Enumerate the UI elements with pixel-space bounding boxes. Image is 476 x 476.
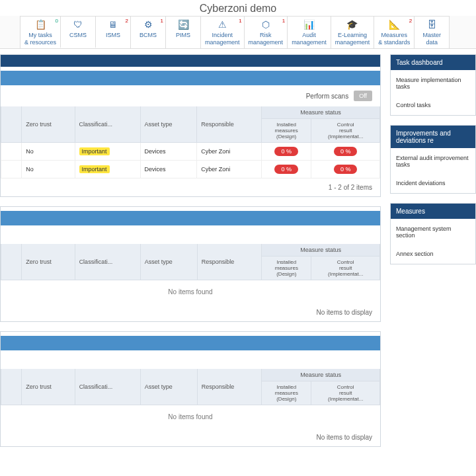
col-sub1[interactable]: Installedmeasures(Design) — [261, 119, 311, 143]
important-tag: Important — [79, 147, 110, 155]
table-row[interactable]: NoImportantDevicesCyber Zoni0 %0 % — [1, 161, 380, 178]
pager-3: No items to display — [1, 428, 380, 446]
panel-2: Zero trust Classificati... Asset type Re… — [0, 206, 381, 322]
side-head: Measures — [391, 204, 475, 219]
col-group: Measure status — [261, 106, 379, 119]
col-resp[interactable]: Responsible — [197, 244, 262, 280]
cell-class: Important — [75, 161, 140, 178]
tab-icon: 📋 — [24, 19, 56, 30]
side-head: Improvements and deviations re — [391, 126, 475, 148]
tab-icon: 📊 — [292, 19, 327, 30]
col-class[interactable]: Classificati... — [75, 369, 140, 405]
tab-4[interactable]: 🔄PIMS — [165, 16, 201, 48]
col-sub2[interactable]: Controlresult(Implementat... — [311, 381, 380, 405]
pager-2: No items to display — [1, 303, 380, 321]
tab-6[interactable]: ⬡Riskmanagement1 — [244, 16, 288, 48]
grid-2: Zero trust Classificati... Asset type Re… — [1, 244, 380, 280]
col-sub2[interactable]: Controlresult(Implementat... — [311, 119, 380, 143]
tab-icon: 🖥 — [100, 19, 126, 30]
tab-icon: 🎓 — [335, 19, 370, 30]
col-group: Measure status — [262, 244, 380, 257]
app-title: Cyberzoni demo — [0, 0, 476, 16]
side-link[interactable]: Management system section — [396, 225, 470, 239]
col-zero[interactable]: Zero trust — [22, 369, 75, 405]
col-sub1[interactable]: Installedmeasures(Design) — [262, 257, 311, 280]
panel-3: Zero trust Classificati... Asset type Re… — [0, 331, 381, 447]
tab-badge: 0 — [56, 18, 58, 24]
col-sub2[interactable]: Controlresult(Implementat... — [311, 257, 380, 280]
tab-badge: 1 — [239, 18, 241, 24]
measure-design-pill[interactable]: 0 % — [274, 165, 298, 174]
no-items-3: No items found — [1, 405, 380, 428]
tab-icon: 🔄 — [170, 19, 196, 30]
col-class[interactable]: Classificati... — [75, 106, 140, 143]
panel-1: Perform scans Off Zero trust Classificat… — [0, 54, 381, 197]
tab-8[interactable]: 🎓E-Learningmanagement — [331, 16, 375, 48]
side-panel: Task dashboardMeasure implementation tas… — [390, 54, 476, 116]
grid-3: Zero trust Classificati... Asset type Re… — [1, 369, 380, 405]
cell-zero: No — [22, 143, 75, 161]
col-sub1[interactable]: Installedmeasures(Design) — [262, 381, 311, 405]
important-tag: Important — [79, 165, 110, 173]
tab-10[interactable]: 🗄Masterdata — [414, 16, 450, 48]
panel-sub-bar — [1, 71, 380, 85]
tab-badge: 1 — [282, 18, 285, 24]
table-row[interactable]: NoImportantDevicesCyber Zoni0 %0 % — [1, 143, 380, 161]
tab-badge: 1 — [161, 18, 163, 24]
cell-class: Important — [75, 143, 140, 161]
tab-badge: 2 — [409, 18, 412, 24]
side-link[interactable]: Measure implementation tasks — [396, 77, 470, 90]
tab-2[interactable]: 🖥ISMS2 — [95, 16, 131, 48]
tab-3[interactable]: ⚙BCMS1 — [130, 16, 166, 48]
side-head: Task dashboard — [391, 55, 475, 70]
side-link[interactable]: Annex section — [396, 251, 470, 257]
tab-9[interactable]: 📐Measures& standards2 — [374, 16, 415, 48]
cell-asset: Devices — [140, 161, 197, 178]
col-resp[interactable]: Responsible — [197, 369, 262, 405]
tab-icon: ⬡ — [249, 19, 284, 30]
tab-icon: 📐 — [378, 19, 410, 30]
scan-toggle[interactable]: Off — [354, 91, 372, 101]
tab-5[interactable]: ⚠Incidentmanagement1 — [200, 16, 245, 48]
side-link[interactable]: Incident deviations — [396, 180, 470, 186]
col-zero[interactable]: Zero trust — [22, 244, 75, 280]
col-group: Measure status — [262, 369, 380, 381]
side-panel: Improvements and deviations reExternal a… — [390, 125, 476, 194]
tab-1[interactable]: 🛡CSMS — [60, 16, 96, 48]
cell-zero: No — [22, 161, 75, 178]
tab-7[interactable]: 📊Auditmanagement — [287, 16, 331, 48]
panel-sub-bar — [1, 336, 380, 350]
measure-impl-pill[interactable]: 0 % — [334, 165, 358, 174]
measure-design-pill[interactable]: 0 % — [274, 147, 298, 156]
tab-icon: 🛡 — [65, 19, 91, 30]
tab-icon: ⚠ — [205, 19, 240, 30]
side-link[interactable]: External audit improvement tasks — [396, 155, 470, 168]
col-zero[interactable]: Zero trust — [22, 106, 75, 143]
side-link[interactable]: Control tasks — [396, 102, 470, 108]
col-class[interactable]: Classificati... — [75, 244, 140, 280]
cell-asset: Devices — [140, 143, 197, 161]
tab-badge: 2 — [126, 18, 128, 24]
col-asset[interactable]: Asset type — [140, 106, 197, 143]
col-resp[interactable]: Responsible — [197, 106, 262, 143]
side-panel: MeasuresManagement system sectionAnnex s… — [390, 203, 476, 264]
col-asset[interactable]: Asset type — [140, 244, 197, 280]
tab-icon: ⚙ — [135, 19, 161, 30]
grid-1: Zero trust Classificati... Asset type Re… — [1, 106, 380, 178]
panel-header-bar — [1, 55, 380, 67]
perform-scans-label: Perform scans — [306, 93, 348, 100]
col-asset[interactable]: Asset type — [140, 369, 197, 405]
tab-0[interactable]: 📋My tasks& resources0 — [20, 16, 61, 48]
tab-bar: 📋My tasks& resources0🛡CSMS🖥ISMS2⚙BCMS1🔄P… — [0, 16, 476, 49]
cell-resp: Cyber Zoni — [197, 143, 262, 161]
pager-1: 1 - 2 of 2 items — [1, 178, 380, 196]
tab-icon: 🗄 — [418, 19, 445, 30]
panel-sub-bar — [1, 211, 380, 225]
no-items-2: No items found — [1, 280, 380, 303]
measure-impl-pill[interactable]: 0 % — [334, 147, 358, 156]
cell-resp: Cyber Zoni — [197, 161, 262, 178]
